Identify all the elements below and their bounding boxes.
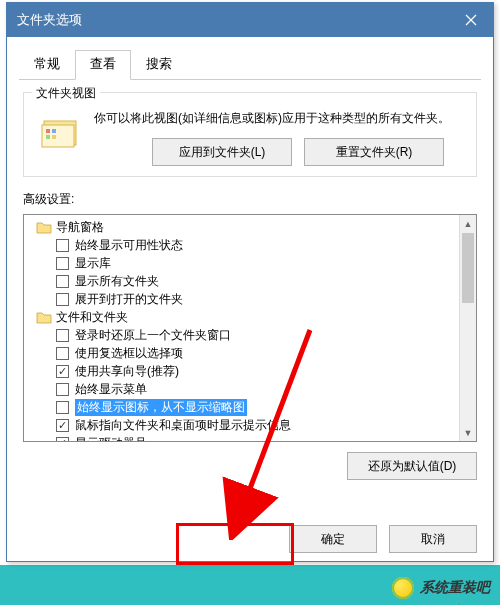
restore-defaults-button[interactable]: 还原为默认值(D) xyxy=(347,452,477,480)
folder-icon xyxy=(36,220,52,234)
checkbox[interactable] xyxy=(56,257,69,270)
watermark-text: 系统重装吧 xyxy=(420,579,490,597)
svg-rect-2 xyxy=(46,129,50,133)
svg-rect-4 xyxy=(46,135,50,139)
group-description: 你可以将此视图(如详细信息或图标)应用于这种类型的所有文件夹。 xyxy=(94,107,450,128)
svg-rect-5 xyxy=(52,135,56,139)
tree-scrollbar[interactable]: ▲ ▼ xyxy=(459,215,476,441)
folder-view-group: 文件夹视图 你可以将此视图(如详细信息或图标)应用于这种类型的所有文件夹。 应用… xyxy=(23,92,477,177)
checkbox[interactable] xyxy=(56,419,69,432)
checkbox[interactable] xyxy=(56,293,69,306)
group-label: 文件夹视图 xyxy=(32,85,100,102)
folder-view-icon xyxy=(40,113,82,149)
tree-item-use-sharing-wizard[interactable]: 使用共享向导(推荐) xyxy=(28,362,476,380)
tree-item-show-libraries[interactable]: 显示库 xyxy=(28,254,476,272)
checkbox[interactable] xyxy=(56,365,69,378)
tree-group-files-folders: 文件和文件夹 xyxy=(28,308,476,326)
tree-item-expand-to-open[interactable]: 展开到打开的文件夹 xyxy=(28,290,476,308)
svg-rect-3 xyxy=(52,129,56,133)
tab-strip: 常规 查看 搜索 xyxy=(19,49,481,80)
tree-item-restore-previous[interactable]: 登录时还原上一个文件夹窗口 xyxy=(28,326,476,344)
checkbox[interactable] xyxy=(56,329,69,342)
tree-group-nav-pane: 导航窗格 xyxy=(28,218,476,236)
watermark: 系统重装吧 xyxy=(392,577,490,599)
checkbox[interactable] xyxy=(56,401,69,414)
checkbox[interactable] xyxy=(56,383,69,396)
scroll-thumb[interactable] xyxy=(462,233,474,303)
close-button[interactable] xyxy=(449,3,493,37)
advanced-settings-label: 高级设置: xyxy=(23,191,477,208)
tab-general[interactable]: 常规 xyxy=(19,50,75,80)
tab-view[interactable]: 查看 xyxy=(75,50,131,80)
close-icon xyxy=(465,14,477,26)
watermark-icon xyxy=(392,577,414,599)
scroll-up-button[interactable]: ▲ xyxy=(460,215,476,232)
scroll-down-button[interactable]: ▼ xyxy=(460,424,476,441)
checkbox[interactable] xyxy=(56,347,69,360)
apply-to-folders-button[interactable]: 应用到文件夹(L) xyxy=(152,138,292,166)
checkbox[interactable] xyxy=(56,275,69,288)
reset-folders-button[interactable]: 重置文件夹(R) xyxy=(304,138,444,166)
tab-search[interactable]: 搜索 xyxy=(131,50,187,80)
folder-icon xyxy=(36,310,52,324)
advanced-settings-tree[interactable]: 导航窗格 始终显示可用性状态 显示库 显示所有文件夹 展开到打开的文件夹 文件和… xyxy=(23,214,477,442)
tree-item-show-availability[interactable]: 始终显示可用性状态 xyxy=(28,236,476,254)
tree-item-show-drive-letters[interactable]: 显示驱动器号 xyxy=(28,434,476,442)
tree-item-hover-tooltip[interactable]: 鼠标指向文件夹和桌面项时显示提示信息 xyxy=(28,416,476,434)
tree-item-always-show-icons[interactable]: 始终显示图标，从不显示缩略图 xyxy=(28,398,476,416)
tree-item-always-show-menus[interactable]: 始终显示菜单 xyxy=(28,380,476,398)
checkbox[interactable] xyxy=(56,437,69,443)
titlebar: 文件夹选项 xyxy=(7,3,493,37)
folder-options-dialog: 文件夹选项 常规 查看 搜索 文件夹视图 xyxy=(6,2,494,562)
tree-item-show-all-folders[interactable]: 显示所有文件夹 xyxy=(28,272,476,290)
tree-item-use-checkboxes[interactable]: 使用复选框以选择项 xyxy=(28,344,476,362)
ok-button[interactable]: 确定 xyxy=(289,525,377,553)
checkbox[interactable] xyxy=(56,239,69,252)
dialog-title: 文件夹选项 xyxy=(17,11,82,29)
cancel-button[interactable]: 取消 xyxy=(389,525,477,553)
